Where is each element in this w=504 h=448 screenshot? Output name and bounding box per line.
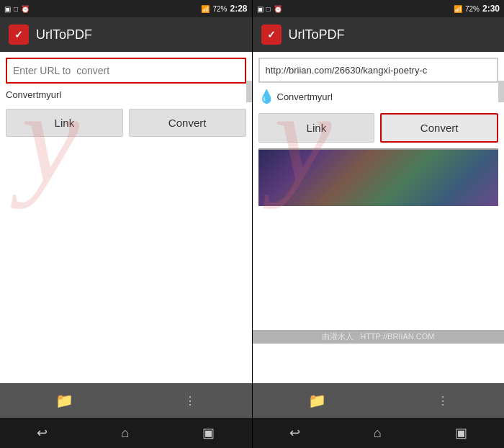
time-display-right: 2:30 xyxy=(482,4,500,14)
drop-icon-right: 💧 xyxy=(258,89,274,104)
battery-icon-right: 72% xyxy=(465,5,480,13)
right-phone: ▣ □ ⏰ 📶 72% 2:30 ✓ UrlToPDF http://briia… xyxy=(253,0,505,448)
folder-icon-right[interactable]: 📁 xyxy=(308,392,326,409)
status-right-icons-right: 📶 72% 2:30 xyxy=(454,4,500,14)
url-display-value: http://briian.com/26630/kangxi-poetry-c xyxy=(260,59,498,81)
preview-image xyxy=(258,148,499,206)
status-right-icons: 📶 72% 2:28 xyxy=(201,4,247,14)
folder-icon-left[interactable]: 📁 xyxy=(55,392,73,409)
content-left: Convertmyurl Link Convert y xyxy=(0,52,252,383)
action-buttons-right: Link Convert xyxy=(258,113,499,143)
sim-icon-right: ▣ xyxy=(257,5,264,13)
time-display-left: 2:28 xyxy=(230,4,247,14)
convert-button-right[interactable]: Convert xyxy=(380,113,498,143)
link-button-right[interactable]: Link xyxy=(258,113,375,143)
link-button-left[interactable]: Link xyxy=(6,109,123,137)
signal-icon-right: 📶 xyxy=(454,5,462,13)
convert-button-left[interactable]: Convert xyxy=(129,109,246,137)
dots-icon-left[interactable]: ⋮ xyxy=(184,394,196,408)
nav-bar-right: 📁 ⋮ xyxy=(253,383,505,418)
android-nav-left: ↩ ⌂ ▣ xyxy=(0,418,252,448)
scroll-indicator-left[interactable] xyxy=(246,81,252,102)
app-logo-left: ✓ xyxy=(9,24,29,45)
url-input-left[interactable] xyxy=(7,59,245,82)
watermark-text: 由灌水人 HTTP://BRIIAN.COM xyxy=(253,330,505,344)
sim-icon: ▣ xyxy=(4,5,11,13)
logo-icon-right: ✓ xyxy=(267,29,276,40)
status-bar-right: ▣ □ ⏰ 📶 72% 2:30 xyxy=(253,0,505,17)
scroll-indicator-right[interactable] xyxy=(498,81,504,102)
app-title-left: UrlToPDF xyxy=(36,27,92,42)
app-bar-right: ✓ UrlToPDF xyxy=(253,17,505,52)
status-left-icons-right: ▣ □ ⏰ xyxy=(257,5,282,13)
back-button-left[interactable]: ↩ xyxy=(37,425,48,441)
convertmyurl-label-left: Convertmyurl xyxy=(6,89,61,100)
home-button-left[interactable]: ⌂ xyxy=(121,426,129,441)
home-button-right[interactable]: ⌂ xyxy=(374,426,382,441)
watermark-y-left: y xyxy=(22,88,79,203)
logo-icon-left: ✓ xyxy=(14,29,23,40)
status-bar-left: ▣ □ ⏰ 📶 72% 2:28 xyxy=(0,0,252,17)
clock-icon: ⏰ xyxy=(21,5,30,13)
app-logo-right: ✓ xyxy=(261,24,282,45)
android-nav-right: ↩ ⌂ ▣ xyxy=(253,418,505,448)
wifi-icon: □ xyxy=(14,5,18,13)
convertmyurl-row-left: Convertmyurl xyxy=(6,86,246,103)
recent-button-left[interactable]: ▣ xyxy=(202,425,215,441)
back-button-right[interactable]: ↩ xyxy=(289,425,300,441)
dots-icon-right[interactable]: ⋮ xyxy=(437,394,449,408)
app-bar-left: ✓ UrlToPDF xyxy=(0,17,252,52)
content-right: http://briian.com/26630/kangxi-poetry-c … xyxy=(253,52,505,383)
action-buttons-left: Link Convert xyxy=(6,109,246,137)
convertmyurl-row-right: 💧 Convertmyurl xyxy=(258,86,499,107)
recent-button-right[interactable]: ▣ xyxy=(455,425,467,441)
url-input-container-left[interactable] xyxy=(6,58,246,84)
nav-bar-left: 📁 ⋮ xyxy=(0,383,252,418)
clock-icon-right: ⏰ xyxy=(274,5,282,13)
convertmyurl-label-right: Convertmyurl xyxy=(277,91,333,102)
left-phone: ▣ □ ⏰ 📶 72% 2:28 ✓ UrlToPDF Convertmyurl… xyxy=(0,0,252,448)
wifi-icon-right: □ xyxy=(266,5,271,13)
battery-icon: 72% xyxy=(212,5,227,13)
url-display-container[interactable]: http://briian.com/26630/kangxi-poetry-c xyxy=(258,58,499,83)
status-left-icons: ▣ □ ⏰ xyxy=(4,5,30,13)
signal-icon: 📶 xyxy=(201,5,210,13)
app-title-right: UrlToPDF xyxy=(289,27,345,42)
